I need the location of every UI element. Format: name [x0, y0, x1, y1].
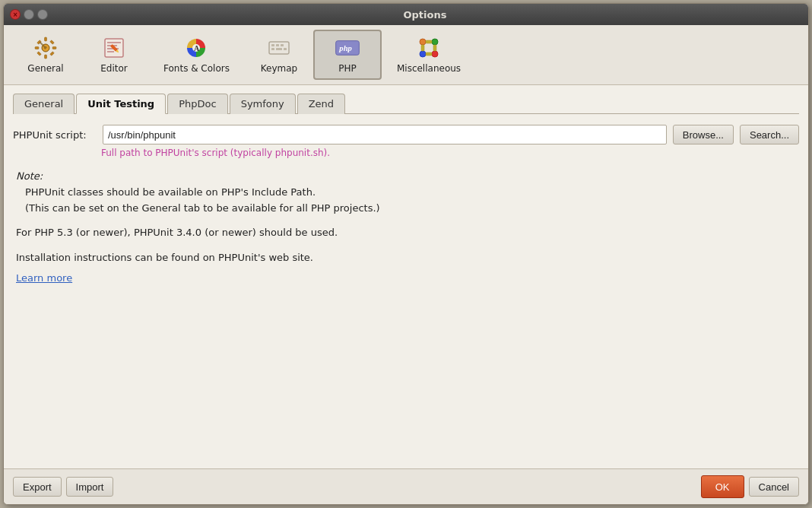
toolbar-item-general[interactable]: General — [11, 30, 80, 80]
toolbar-general-label: General — [27, 63, 63, 74]
toolbar-item-fonts-colors[interactable]: A Fonts & Colors — [148, 30, 245, 80]
footer: Export Import OK Cancel — [4, 468, 808, 504]
note-para1: For PHP 5.3 (or newer), PHPUnit 3.4.0 (o… — [16, 225, 796, 241]
footer-left: Export Import — [13, 477, 113, 497]
tab-symfony[interactable]: Symfony — [230, 94, 296, 114]
note-title: Note: — [16, 169, 796, 185]
toolbar-misc-label: Miscellaneous — [397, 63, 461, 74]
toolbar: General Editor — [4, 25, 808, 85]
svg-rect-35 — [426, 40, 432, 43]
tab-phpdoc[interactable]: PhpDoc — [167, 94, 227, 114]
toolbar-editor-label: Editor — [100, 63, 128, 74]
close-button[interactable]: × — [10, 9, 21, 20]
svg-text:A: A — [194, 44, 200, 52]
search-button[interactable]: Search... — [740, 125, 799, 144]
svg-rect-1 — [45, 37, 47, 41]
note-section: Note: PHPUnit classes should be availabl… — [13, 169, 799, 287]
svg-point-32 — [432, 39, 438, 45]
tab-zend[interactable]: Zend — [297, 94, 345, 114]
maximize-button[interactable] — [37, 9, 48, 20]
content-area: General Unit Testing PhpDoc Symfony Zend… — [4, 85, 808, 468]
footer-right: OK Cancel — [701, 475, 799, 498]
browse-button[interactable]: Browse... — [673, 125, 734, 144]
svg-rect-26 — [271, 48, 274, 50]
toolbar-fonts-label: Fonts & Colors — [163, 63, 230, 74]
titlebar: × Options — [4, 4, 808, 25]
gear-icon — [33, 36, 58, 60]
svg-rect-23 — [271, 44, 274, 46]
svg-rect-28 — [284, 48, 287, 50]
cancel-button[interactable]: Cancel — [749, 477, 799, 497]
window-title: Options — [48, 9, 802, 21]
svg-rect-27 — [276, 48, 282, 50]
note-line2: (This can be set on the General tab to b… — [25, 201, 796, 217]
phpunit-script-input[interactable] — [103, 125, 667, 144]
tabs-row: General Unit Testing PhpDoc Symfony Zend — [13, 93, 799, 114]
svg-rect-36 — [421, 45, 424, 51]
svg-rect-24 — [276, 44, 279, 46]
svg-point-33 — [420, 51, 426, 57]
phpunit-script-label: PHPUnit script: — [13, 129, 97, 141]
hint-text: Full path to PHPUnit's script (typically… — [101, 148, 799, 158]
fonts-colors-icon: A — [184, 36, 208, 60]
ok-button[interactable]: OK — [701, 475, 744, 498]
php-icon: php — [335, 36, 360, 60]
svg-rect-37 — [426, 52, 432, 56]
toolbar-keymap-label: Keymap — [261, 63, 297, 74]
toolbar-item-php[interactable]: php PHP — [313, 30, 382, 80]
tab-unit-testing[interactable]: Unit Testing — [76, 94, 166, 114]
options-dialog: × Options — [3, 3, 809, 505]
svg-rect-3 — [35, 47, 39, 49]
window-controls: × — [10, 9, 48, 20]
toolbar-php-label: PHP — [338, 63, 357, 74]
minimize-button[interactable] — [24, 9, 34, 20]
svg-text:php: php — [338, 44, 352, 52]
toolbar-item-miscellaneous[interactable]: Miscellaneous — [382, 30, 476, 80]
svg-rect-8 — [50, 52, 55, 56]
keymap-icon — [267, 36, 291, 60]
learn-more-link[interactable]: Learn more — [16, 272, 72, 284]
svg-point-34 — [432, 51, 438, 57]
svg-rect-38 — [433, 45, 436, 51]
svg-rect-4 — [52, 47, 56, 49]
svg-rect-2 — [45, 55, 47, 59]
toolbar-item-keymap[interactable]: Keymap — [245, 30, 313, 80]
toolbar-item-editor[interactable]: Editor — [80, 30, 148, 80]
tab-general[interactable]: General — [13, 94, 75, 114]
import-button[interactable]: Import — [66, 477, 114, 497]
svg-rect-6 — [50, 40, 55, 45]
miscellaneous-icon — [417, 36, 441, 60]
svg-point-31 — [420, 39, 426, 45]
svg-rect-25 — [281, 44, 284, 46]
svg-rect-7 — [37, 52, 42, 56]
note-line1: PHPUnit classes should be available on P… — [25, 185, 796, 201]
phpunit-script-row: PHPUnit script: Browse... Search... — [13, 125, 799, 144]
editor-icon — [102, 36, 126, 60]
export-button[interactable]: Export — [13, 477, 62, 497]
note-para2: Installation instructions can be found o… — [16, 250, 796, 266]
